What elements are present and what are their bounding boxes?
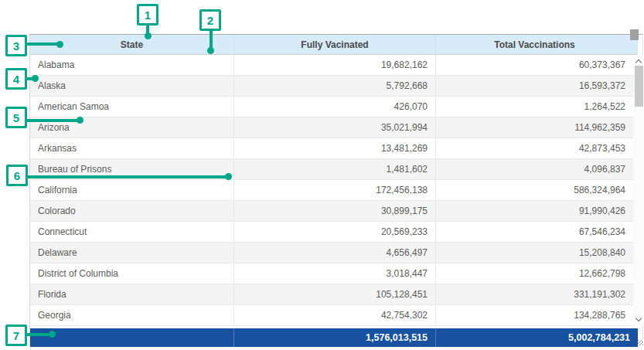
callout-3-badge: 3 [5, 35, 27, 56]
cell-total-vaccinations: 16,593,372 [436, 76, 633, 96]
cell-state: Connecticut [30, 222, 234, 242]
cell-state: Alabama [30, 55, 234, 75]
callout-6-dot [225, 173, 232, 180]
cell-fully-vaccinated: 30,899,175 [234, 201, 436, 221]
table-row[interactable]: Georgia 42,754,302 134,288,765 [30, 305, 633, 326]
cell-total-vaccinations: 134,288,765 [436, 305, 633, 325]
scroll-down-button[interactable] [633, 314, 644, 325]
scroll-corner [630, 29, 639, 40]
cell-fully-vaccinated: 4,656,497 [234, 243, 436, 263]
cell-state: Arkansas [30, 138, 234, 158]
column-header-fully-vaccinated[interactable]: Fully Vacinated [234, 35, 436, 54]
callout-5-badge: 5 [5, 107, 27, 128]
cell-total-vaccinations: 4,096,837 [436, 159, 633, 179]
callout-6-connector [27, 175, 226, 178]
table-row[interactable]: Alabama 19,682,162 60,373,367 [30, 55, 633, 76]
callout-2-badge: 2 [199, 9, 221, 31]
table-row[interactable]: District of Columbia 3,018,447 12,662,79… [30, 263, 633, 284]
table-row[interactable]: Florida 105,128,451 331,191,302 [30, 284, 633, 305]
cell-fully-vaccinated: 1,481,602 [234, 159, 436, 179]
table-row[interactable]: Alaska 5,792,668 16,593,372 [30, 76, 633, 97]
cell-total-vaccinations: 12,662,798 [436, 263, 633, 284]
cell-fully-vaccinated: 20,569,233 [234, 222, 436, 242]
cell-total-vaccinations: 60,373,367 [436, 55, 633, 75]
table-body: Alabama 19,682,162 60,373,367 Alaska 5,7… [30, 55, 633, 326]
cell-fully-vaccinated: 5,792,668 [234, 76, 436, 96]
callout-6-badge: 6 [6, 165, 28, 186]
vertical-scrollbar[interactable] [633, 55, 644, 326]
callout-1-dot [145, 32, 152, 39]
table-row[interactable]: Arkansas 13,481,269 42,873,453 [30, 138, 633, 159]
cell-state: Delaware [30, 243, 234, 263]
vaccination-table: State Fully Vacinated Total Vaccinations… [29, 34, 643, 346]
callout-3-connector [26, 42, 57, 46]
cell-state: District of Columbia [30, 263, 234, 284]
table-row[interactable]: Colorado 30,899,175 91,990,426 [30, 201, 633, 222]
cell-state: California [30, 180, 234, 200]
page: State Fully Vacinated Total Vaccinations… [0, 0, 644, 350]
resize-grip-icon[interactable] [638, 340, 643, 345]
callout-5-dot [77, 117, 83, 124]
callout-3-dot [56, 41, 63, 48]
cell-total-vaccinations: 15,208,840 [436, 243, 633, 263]
cell-fully-vaccinated: 42,754,302 [234, 305, 436, 325]
cell-fully-vaccinated: 172,456,138 [234, 180, 436, 200]
table-row[interactable]: Arizona 35,021,994 114,962,359 [30, 117, 633, 138]
table-row[interactable]: American Samoa 426,070 1,264,522 [30, 97, 633, 117]
cell-state: Florida [30, 284, 234, 304]
cell-total-vaccinations: 42,873,453 [436, 138, 633, 158]
table-row[interactable]: Delaware 4,656,497 15,208,840 [30, 243, 633, 263]
table-header-row: State Fully Vacinated Total Vaccinations [30, 35, 638, 55]
total-row: 1,576,013,515 5,002,784,231 [30, 328, 638, 347]
cell-fully-vaccinated: 3,018,447 [234, 263, 436, 284]
callout-4-dot [32, 75, 39, 82]
cell-total-vaccinations: 67,546,234 [436, 222, 633, 242]
cell-total-vaccinations: 331,191,302 [436, 284, 633, 304]
cell-fully-vaccinated: 426,070 [234, 97, 436, 117]
total-cell-fully-vaccinated: 1,576,013,515 [234, 328, 436, 347]
callout-7-badge: 7 [5, 325, 27, 346]
cell-fully-vaccinated: 19,682,162 [234, 55, 436, 75]
chevron-up-icon [635, 59, 642, 66]
callout-4-badge: 4 [5, 68, 27, 90]
callout-7-dot [49, 331, 56, 338]
callout-2-connector [210, 30, 213, 49]
callout-7-connector [26, 333, 49, 336]
cell-fully-vaccinated: 105,128,451 [234, 284, 436, 304]
cell-state: Colorado [30, 201, 234, 221]
cell-total-vaccinations: 586,324,964 [436, 180, 633, 200]
total-cell-total-vaccinations: 5,002,784,231 [436, 328, 638, 347]
table-row[interactable]: California 172,456,138 586,324,964 [30, 180, 633, 201]
column-header-total-vaccinations[interactable]: Total Vaccinations [436, 35, 633, 54]
scrollbar-thumb[interactable] [635, 66, 643, 107]
cell-state: American Samoa [30, 97, 234, 117]
cell-state: Georgia [30, 305, 234, 325]
cell-total-vaccinations: 114,962,359 [436, 117, 633, 138]
cell-fully-vaccinated: 35,021,994 [234, 117, 436, 138]
table-row[interactable]: Connecticut 20,569,233 67,546,234 [30, 222, 633, 243]
cell-total-vaccinations: 91,990,426 [436, 201, 633, 221]
total-cell-state [30, 328, 234, 347]
callout-5-connector [26, 119, 77, 122]
callout-2-dot [207, 47, 214, 54]
cell-fully-vaccinated: 13,481,269 [234, 138, 436, 158]
cell-state: Alaska [30, 76, 234, 96]
chevron-down-icon [635, 315, 642, 321]
cell-total-vaccinations: 1,264,522 [436, 97, 633, 117]
callout-1-badge: 1 [137, 4, 158, 25]
